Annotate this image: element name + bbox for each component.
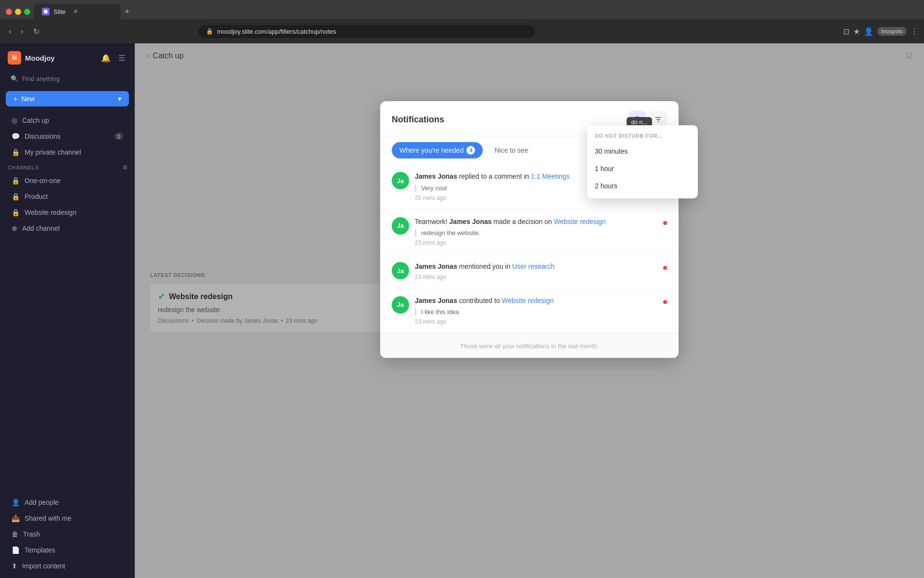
import-label: Import content [22,562,65,570]
catchup-icon: ◎ [12,117,17,124]
avatar: Ja [392,296,409,314]
shared-label: Shared with me [25,514,71,522]
sidebar-item-private-channel[interactable]: 🔒 My private channel [4,144,131,160]
dnd-dropdown: DO NOT DISTURB FOR... 30 minutes 1 hour … [587,125,698,198]
back-button[interactable]: ‹ [6,25,14,38]
channels-section-title: Channels ⊞ [0,160,135,172]
main-content: › Catch up ☑ LATEST DECISIONS ✓ Website … [135,43,924,578]
product-label: Product [25,193,48,200]
templates-label: Templates [25,546,55,554]
workspace-avatar: M [8,51,21,65]
address-text: moodjoy.slite.com/app/filters/catchup/no… [217,28,336,35]
lock-icon: 🔒 [12,193,20,200]
lock-icon: 🔒 [12,177,20,184]
notification-item[interactable]: Ja Teamwork! James Jonas made a decision… [380,210,679,255]
trash-label: Trash [23,530,40,538]
workspace-label: Moodjoy [25,54,55,62]
reload-button[interactable]: ↻ [30,25,42,38]
dnd-option-1hr[interactable]: 1 hour [587,160,698,177]
notification-quote: redesign the website. [415,229,667,236]
workspace-name[interactable]: M Moodjoy [8,51,55,65]
tab-where-needed[interactable]: Where you're needed 4 [392,142,483,158]
catchup-label: Catch up [22,117,49,124]
maximize-window-button[interactable] [24,9,30,15]
browser-tab[interactable]: Slite ✕ [34,4,121,19]
sidebar-item-import[interactable]: ⬆ Import content [4,558,131,574]
add-icon: ⊕ [12,224,17,232]
incognito-badge: Incognito [877,27,907,36]
notification-content: James Jonas contributed to Website redes… [415,296,667,326]
sidebar-item-website-redesign[interactable]: 🔒 Website redesign [4,205,131,220]
add-channel-label: Add channel [22,224,60,232]
menu-icon[interactable]: ⋮ [911,27,918,36]
notification-content: James Jonas mentioned you in User resear… [415,262,667,280]
notification-item[interactable]: Ja James Jonas contributed to Website re… [380,289,679,334]
one-on-one-label: One-on-one [25,177,61,184]
profile-icon[interactable]: 👤 [864,27,873,36]
new-button-label: New [21,95,35,103]
tab-title: Slite [53,8,65,15]
unread-dot [663,300,667,304]
browser-chrome: Slite ✕ + ‹ › ↻ 🔒 moodjoy.slite.com/app/… [0,0,924,43]
svg-point-0 [44,10,48,13]
tab-bar: Slite ✕ + [0,0,924,19]
sidebar-header-icons: 🔔 ☰ [99,52,127,65]
search-box[interactable]: 🔍 Find anything [6,72,129,85]
notification-item[interactable]: Ja James Jonas mentioned you in User res… [380,254,679,289]
modal-title: Notifications [392,115,444,125]
import-icon: ⬆ [12,562,17,570]
discussions-count: 1 [115,133,123,140]
sidebar: M Moodjoy 🔔 ☰ 🔍 Find anything + New ▾ ◎ [0,43,135,578]
sidebar-item-add-people[interactable]: 👤 Add people [4,495,131,510]
lock-icon: 🔒 [12,209,20,216]
notification-text: James Jonas mentioned you in User resear… [415,262,667,272]
dnd-dropdown-header: DO NOT DISTURB FOR... [587,129,698,143]
cast-icon[interactable]: ⊡ [843,27,849,36]
sidebar-item-catchup[interactable]: ◎ Catch up [4,113,131,128]
close-window-button[interactable] [6,9,12,15]
sidebar-item-shared-with-me[interactable]: 📥 Shared with me [4,511,131,526]
tab-nice-to-see-label: Nice to see [494,146,528,154]
sidebar-item-discussions[interactable]: 💬 Discussions 1 [4,129,131,144]
new-tab-button[interactable]: + [125,7,130,17]
sidebar-item-product[interactable]: 🔒 Product [4,189,131,204]
traffic-lights [6,9,30,15]
search-placeholder: Find anything [22,75,60,82]
sidebar-item-one-on-one[interactable]: 🔒 One-on-one [4,173,131,188]
minimize-window-button[interactable] [15,9,21,15]
notification-icon[interactable]: 🔔 [99,52,113,65]
new-button-left: + New [13,95,35,103]
sidebar-bottom: 👤 Add people 📥 Shared with me 🗑 Trash 📄 … [0,490,135,578]
dnd-option-2hr[interactable]: 2 hours [587,177,698,195]
tab-nice-to-see[interactable]: Nice to see [487,142,536,158]
plus-icon: + [13,95,17,103]
notification-time: 23 mins ago [415,239,667,246]
notification-text: James Jonas contributed to Website redes… [415,296,667,306]
modal-footer-text: Those were all your notifications in the… [460,342,599,350]
dnd-option-30min[interactable]: 30 minutes [587,143,698,160]
sidebar-nav: ◎ Catch up 💬 Discussions 1 🔒 My private … [0,108,135,490]
add-channel-icon[interactable]: ⊞ [123,164,128,171]
notification-quote: I like this idea [415,308,667,315]
layout-icon[interactable]: ☰ [116,52,127,65]
add-people-icon: 👤 [12,499,20,506]
trash-icon: 🗑 [12,530,18,538]
sidebar-item-trash[interactable]: 🗑 Trash [4,526,131,542]
modal-footer: Those were all your notifications in the… [380,333,679,358]
tab-where-needed-label: Where you're needed [399,146,463,154]
bookmark-icon[interactable]: ★ [853,27,860,36]
discussions-icon: 💬 [12,132,20,140]
sidebar-item-add-channel[interactable]: ⊕ Add channel [4,221,131,236]
address-bar[interactable]: 🔒 moodjoy.slite.com/app/filters/catchup/… [198,25,535,38]
forward-button[interactable]: › [18,25,26,38]
nav-bar: ‹ › ↻ 🔒 moodjoy.slite.com/app/filters/ca… [0,19,924,43]
discussions-label: Discussions [25,132,61,140]
search-icon: 🔍 [11,75,18,82]
add-people-label: Add people [25,499,59,506]
sidebar-search[interactable]: 🔍 Find anything [0,68,135,89]
tab-close-button[interactable]: ✕ [73,8,78,15]
new-button[interactable]: + New ▾ [6,91,129,106]
browser-actions: ⊡ ★ 👤 Incognito ⋮ [843,27,918,36]
unread-dot [663,221,667,225]
sidebar-item-templates[interactable]: 📄 Templates [4,542,131,558]
